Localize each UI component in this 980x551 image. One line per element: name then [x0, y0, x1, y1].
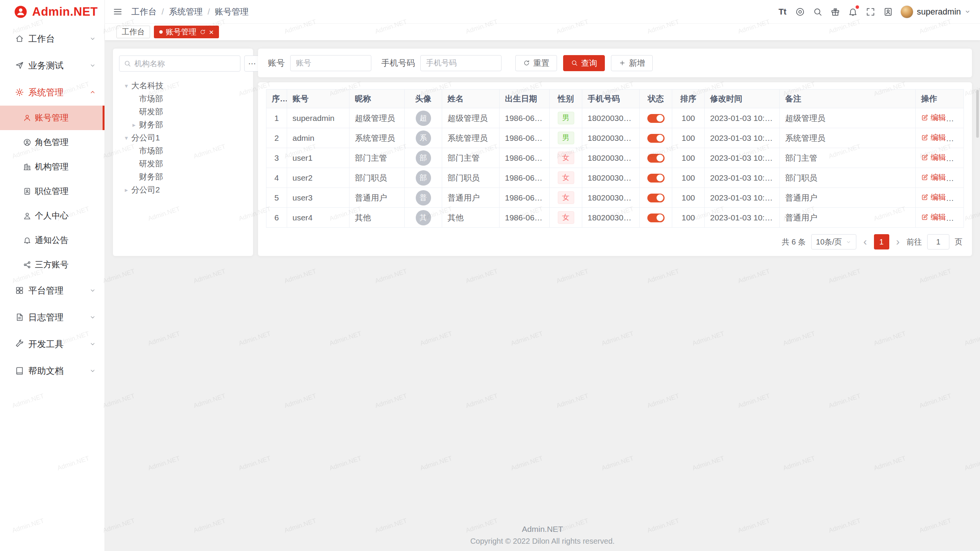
cell-name: 部门职员 [442, 168, 500, 188]
row-more-icon[interactable]: ⋯ [953, 134, 962, 143]
row-more-icon[interactable]: ⋯ [953, 114, 962, 123]
hamburger-icon [113, 7, 123, 17]
sidebar-item-docs[interactable]: 帮助文档 [0, 357, 105, 384]
theme-icon[interactable] [792, 4, 808, 20]
page-size-select[interactable]: 10条/页 [811, 234, 857, 249]
tree-node[interactable]: 研发部 [119, 157, 247, 170]
tree-node[interactable]: 市场部 [119, 92, 247, 105]
current-page[interactable]: 1 [874, 234, 889, 249]
user-menu[interactable]: superadmin [900, 5, 971, 18]
hamburger-icon[interactable] [113, 7, 123, 17]
tab-close-icon[interactable]: × [209, 28, 214, 36]
bell-icon[interactable] [844, 4, 861, 20]
breadcrumb-item[interactable]: 系统管理 [169, 6, 203, 18]
tree-node-label: 市场部 [139, 145, 163, 156]
next-page-button[interactable]: › [895, 236, 901, 247]
row-more-icon[interactable]: ⋯ [953, 193, 962, 203]
tree-caret-icon[interactable]: ▸ [129, 121, 139, 129]
tree-node[interactable]: 市场部 [119, 144, 247, 157]
edit-button[interactable]: 编辑 [921, 212, 946, 222]
cell-remark: 部门主管 [780, 148, 916, 168]
sidebar-item-account[interactable]: 账号管理 [0, 106, 105, 130]
tree-caret-icon[interactable]: ▸ [121, 186, 131, 194]
sidebar-item-org[interactable]: 机构管理 [0, 155, 105, 179]
tab-workbench[interactable]: 工作台 [116, 26, 150, 38]
cell-nickname: 超级管理员 [350, 108, 405, 128]
cell-phone: 18020030720 [582, 208, 640, 228]
sidebar-item-position[interactable]: 职位管理 [0, 179, 105, 204]
notification-badge [856, 5, 859, 9]
tree-node[interactable]: ▾分公司1 [119, 131, 247, 144]
tree-node[interactable]: 研发部 [119, 105, 247, 118]
sidebar-item-log[interactable]: 日志管理 [0, 304, 105, 331]
account-input[interactable] [290, 55, 371, 71]
status-toggle[interactable] [647, 114, 665, 123]
edit-button[interactable]: 编辑 [921, 192, 946, 202]
tree-node[interactable]: ▸分公司2 [119, 183, 247, 196]
row-more-icon[interactable]: ⋯ [953, 213, 962, 223]
table-row: 1superadmin超级管理员超超级管理员1986-06-28男1802003… [266, 108, 964, 128]
edit-button[interactable]: 编辑 [921, 152, 946, 163]
sidebar-item-profile[interactable]: 个人中心 [0, 204, 105, 228]
tree-caret-icon[interactable]: ▾ [121, 134, 131, 142]
sidebar-item-role[interactable]: 角色管理 [0, 130, 105, 155]
status-toggle[interactable] [647, 174, 665, 183]
scrollbar-thumb[interactable] [976, 90, 979, 138]
cell-index: 1 [266, 108, 287, 128]
profile-icon[interactable] [880, 4, 897, 20]
gift-icon[interactable] [827, 4, 844, 20]
fullscreen-icon[interactable] [862, 4, 879, 20]
sidebar-item-label: 三方账号 [35, 259, 69, 271]
grid-icon [15, 286, 24, 295]
phone-input[interactable] [420, 55, 501, 71]
sidebar-item-business-test[interactable]: 业务测试 [0, 52, 105, 79]
sidebar-item-third-account[interactable]: 三方账号 [0, 253, 105, 277]
status-toggle[interactable] [647, 194, 665, 202]
tree-node[interactable]: ▸财务部 [119, 118, 247, 131]
column-header: 姓名 [442, 90, 500, 108]
pagination-total: 共 6 条 [782, 237, 805, 247]
add-button[interactable]: 新增 [611, 55, 653, 71]
column-header: 出生日期 [500, 90, 550, 108]
avatar: 普 [416, 190, 431, 205]
book-icon [15, 366, 24, 375]
column-header: 账号 [287, 90, 350, 108]
status-toggle[interactable] [647, 154, 665, 163]
logo[interactable]: Admin.NET [0, 0, 105, 24]
sidebar-item-devtools[interactable]: 开发工具 [0, 331, 105, 357]
cell-nickname: 部门主管 [350, 148, 405, 168]
org-search-input[interactable] [134, 59, 236, 68]
row-more-icon[interactable]: ⋯ [953, 153, 962, 163]
cell-modified-time: 2023-01-03 10:59:44 [705, 148, 780, 168]
status-toggle[interactable] [647, 134, 665, 143]
breadcrumb-item[interactable]: 账号管理 [215, 6, 248, 18]
search-icon[interactable] [809, 4, 826, 20]
chevron-down-icon [89, 287, 96, 294]
breadcrumb-item[interactable]: 工作台 [131, 6, 157, 18]
sidebar-item-notice[interactable]: 通知公告 [0, 228, 105, 253]
goto-page-input[interactable] [927, 234, 949, 249]
prev-page-button[interactable]: ‹ [862, 236, 868, 247]
tab-account-management[interactable]: 账号管理× [154, 26, 219, 38]
row-more-icon[interactable]: ⋯ [953, 173, 962, 183]
font-size-icon[interactable]: Tt [774, 4, 791, 20]
cell-birthdate: 1986-06-28 [500, 108, 550, 128]
search-button[interactable]: 查询 [563, 55, 605, 71]
sidebar-item-workbench[interactable]: 工作台 [0, 25, 105, 52]
column-header: 修改时间 [705, 90, 780, 108]
cell-status [640, 108, 672, 128]
cell-actions: 编辑⋯ [916, 168, 964, 188]
tree-node[interactable]: ▾大名科技 [119, 79, 247, 92]
edit-button[interactable]: 编辑 [921, 172, 946, 183]
tree-caret-icon[interactable]: ▾ [121, 82, 131, 90]
edit-button[interactable]: 编辑 [921, 112, 946, 123]
edit-button[interactable]: 编辑 [921, 132, 946, 143]
sidebar-item-system-management[interactable]: 系统管理 [0, 79, 105, 106]
status-toggle[interactable] [647, 214, 665, 222]
column-header: 操作 [916, 90, 964, 108]
reset-button[interactable]: 重置 [515, 55, 557, 71]
app-title: Admin.NET [32, 5, 98, 19]
search-icon [124, 60, 131, 67]
tree-node[interactable]: 财务部 [119, 170, 247, 183]
sidebar-item-platform[interactable]: 平台管理 [0, 277, 105, 304]
